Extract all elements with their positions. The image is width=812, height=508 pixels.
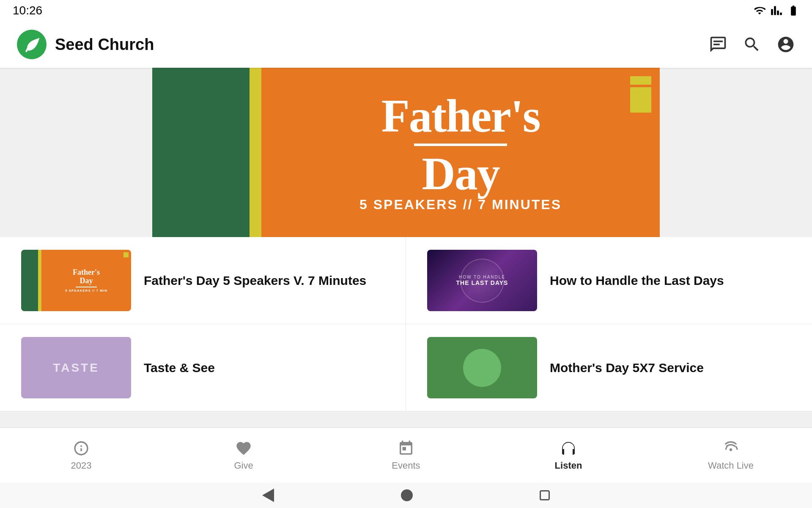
app-bar: Seed Church [0,21,812,68]
info-icon [73,440,90,457]
svg-rect-0 [713,41,723,42]
back-button[interactable] [262,489,274,502]
hero-divider [414,144,507,146]
thumb-how-to: HOW TO HANDLE [459,275,505,279]
nav-item-give[interactable]: Give [218,440,269,471]
thumbnail-taste-see: TASTE [21,337,131,398]
nav-label-events: Events [392,460,420,471]
leaf-logo-icon [22,35,41,54]
main-content: Father's Day 5 SPEAKERS // 7 MINUTES Fat… [0,68,812,453]
thumb-orange-content: Father'sDay 5 SPEAKERS // 7 MIN [41,250,131,311]
list-item[interactable]: TASTE Taste & See [0,324,406,411]
thumbnail-fathers-day: Father'sDay 5 SPEAKERS // 7 MIN [21,250,131,311]
content-item-title: How to Handle the Last Days [550,272,724,289]
headphones-icon [560,440,577,457]
content-item-title: Mother's Day 5X7 Service [550,359,704,376]
wifi-broadcast-icon [722,440,739,457]
thumb-yellow-stripe [38,250,41,311]
android-nav-bar [0,483,812,508]
home-button[interactable] [401,489,413,501]
status-icons [754,5,799,17]
svg-rect-1 [713,44,720,45]
nav-item-watch-live[interactable]: Watch Live [705,440,756,471]
hero-banner[interactable]: Father's Day 5 SPEAKERS // 7 MINUTES [152,68,660,237]
signal-status-icon [771,5,782,17]
bottom-nav: 2023 Give Events Listen Watch Live [0,428,812,483]
nav-item-listen[interactable]: Listen [543,440,594,471]
nav-label-listen: Listen [555,460,582,471]
battery-status-icon [787,5,799,17]
thumb-green-panel [21,250,38,311]
thumbnail-last-days: HOW TO HANDLE THE LAST DAYS [427,250,537,311]
hero-title-line2: Day [422,150,499,197]
hero-green-panel [152,68,250,237]
nav-label-watch-live: Watch Live [708,460,754,471]
app-logo[interactable] [17,30,47,59]
recent-button[interactable] [540,490,550,500]
list-item[interactable]: HOW TO HANDLE THE LAST DAYS How to Handl… [406,237,812,324]
thumb-last-days-title: THE LAST DAYS [456,279,508,286]
wifi-status-icon [754,5,765,17]
nav-label-2023: 2023 [71,460,92,471]
app-bar-left: Seed Church [17,30,154,59]
app-bar-actions [709,35,795,54]
content-grid: Father'sDay 5 SPEAKERS // 7 MIN Father's… [0,237,812,411]
thumb-person-circle [463,349,501,387]
nav-item-events[interactable]: Events [381,440,431,471]
content-item-title: Father's Day 5 Speakers V. 7 Minutes [144,272,366,289]
account-icon[interactable] [776,35,795,54]
hero-title-line1: Father's [381,93,540,139]
heart-icon [235,440,252,457]
thumb-title: Father'sDay [73,268,100,285]
hero-yellow-stripe [250,68,261,237]
status-bar: 10:26 [0,0,812,21]
thumb-taste-text: TASTE [53,361,99,375]
calendar-icon [398,440,414,457]
content-item-title: Taste & See [144,359,215,376]
thumbnail-mothers-day [427,337,537,398]
hero-subtitle: 5 SPEAKERS // 7 MINUTES [359,197,562,213]
status-time: 10:26 [13,4,42,17]
thumb-divider [76,287,97,287]
hero-orange-panel: Father's Day 5 SPEAKERS // 7 MINUTES [261,68,660,237]
list-item[interactable]: Father'sDay 5 SPEAKERS // 7 MIN Father's… [0,237,406,324]
chat-icon[interactable] [709,35,727,54]
app-title: Seed Church [55,36,154,54]
search-icon[interactable] [743,35,761,54]
list-item[interactable]: Mother's Day 5X7 Service [406,324,812,411]
thumb-subtitle: 5 SPEAKERS // 7 MIN [65,289,107,293]
nav-item-2023[interactable]: 2023 [56,440,107,471]
nav-label-give: Give [234,460,253,471]
